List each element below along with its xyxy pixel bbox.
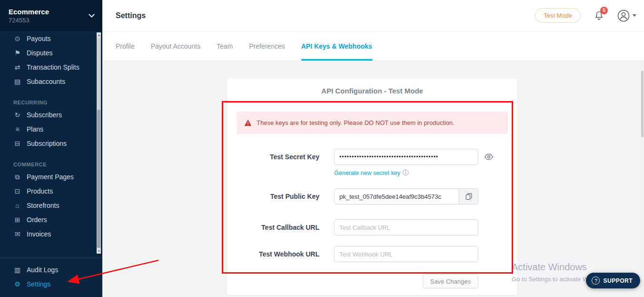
chevron-down-icon bbox=[633, 14, 636, 17]
orders-icon: ⊞ bbox=[13, 216, 21, 224]
transaction-splits-icon: ⇄ bbox=[13, 63, 21, 71]
webhook-url-label: Test Webhook URL bbox=[237, 246, 319, 262]
callback-url-label: Test Callback URL bbox=[237, 219, 319, 236]
test-webhook-url-input[interactable] bbox=[334, 246, 478, 262]
sidebar: Ecommerce 724553 ⊙ Payouts ⚑ Disputes ⇄ … bbox=[0, 0, 102, 297]
business-id: 724553 bbox=[9, 17, 49, 24]
notification-badge: 5 bbox=[600, 7, 608, 14]
sidebar-scrollbar[interactable] bbox=[97, 32, 101, 254]
sidebar-item-label: Payment Pages bbox=[27, 173, 74, 181]
api-config-card: API Configuration - Test Mode These keys… bbox=[227, 78, 518, 296]
sidebar-item-label: Orders bbox=[27, 216, 47, 224]
subscribers-icon: ↻ bbox=[13, 111, 21, 119]
invoices-icon: ✉ bbox=[13, 230, 21, 238]
sidebar-item-label: Products bbox=[27, 187, 53, 195]
copy-icon bbox=[466, 193, 472, 200]
plans-icon: ≡ bbox=[13, 125, 21, 133]
sidebar-item-label: Disputes bbox=[27, 49, 52, 57]
subaccounts-icon: ▤ bbox=[13, 78, 21, 85]
scrollbar-thumb[interactable] bbox=[97, 110, 100, 248]
sidebar-item-label: Invoices bbox=[27, 230, 51, 238]
page-scrollbar[interactable] bbox=[641, 61, 644, 297]
tab-api-keys-webhooks[interactable]: API Keys & Webhooks bbox=[301, 31, 372, 61]
tab-bar: Profile Payout Accounts Team Preferences… bbox=[102, 31, 644, 61]
watermark-line1: Activate Windows bbox=[512, 262, 608, 273]
sidebar-item-invoices[interactable]: ✉ Invoices bbox=[0, 227, 96, 241]
sidebar-item-subaccounts[interactable]: ▤ Subaccounts bbox=[0, 74, 96, 89]
generate-secret-key-link[interactable]: Generate new secret key bbox=[334, 170, 400, 176]
eye-icon[interactable] bbox=[484, 154, 494, 160]
sidebar-item-label: Subscribers bbox=[27, 111, 62, 119]
sidebar-section-recurring: RECURRING bbox=[0, 97, 96, 108]
user-menu[interactable] bbox=[617, 10, 636, 22]
sidebar-item-transaction-splits[interactable]: ⇄ Transaction Splits bbox=[0, 60, 96, 74]
tab-preferences[interactable]: Preferences bbox=[249, 31, 285, 61]
sidebar-item-label: Payouts bbox=[27, 35, 51, 42]
card-title: API Configuration - Test Mode bbox=[227, 78, 517, 103]
warning-alert: These keys are for testing only. Please … bbox=[237, 112, 508, 134]
sidebar-item-label: Subaccounts bbox=[27, 78, 65, 85]
sidebar-section-commerce: COMMERCE bbox=[0, 159, 96, 170]
sidebar-bottom: ▥ Audit Logs ⚙ Settings bbox=[0, 257, 102, 297]
sidebar-item-products[interactable]: ⊡ Products bbox=[0, 184, 96, 198]
public-key-row: Test Public Key bbox=[237, 188, 508, 205]
business-name: Ecommerce bbox=[9, 8, 49, 16]
sidebar-item-storefronts[interactable]: ⌂ Storefronts bbox=[0, 198, 96, 213]
sidebar-menu: ⊙ Payouts ⚑ Disputes ⇄ Transaction Split… bbox=[0, 31, 96, 241]
info-icon: ⓘ bbox=[403, 169, 409, 177]
products-icon: ⊡ bbox=[13, 187, 21, 195]
topbar: Settings Test Mode 5 bbox=[102, 0, 644, 31]
test-public-key-input[interactable] bbox=[334, 188, 459, 205]
avatar-icon bbox=[617, 10, 630, 22]
test-secret-key-input[interactable] bbox=[334, 149, 478, 165]
tab-team[interactable]: Team bbox=[217, 31, 233, 61]
disputes-icon: ⚑ bbox=[13, 49, 21, 57]
secret-key-row: Test Secret Key Generate new secret key bbox=[237, 149, 508, 177]
business-switcher[interactable]: Ecommerce 724553 bbox=[0, 0, 102, 31]
payment-pages-icon: ⧉ bbox=[13, 173, 21, 181]
sidebar-item-label: Storefronts bbox=[27, 202, 59, 209]
scroll-down-button[interactable] bbox=[97, 248, 101, 254]
callback-url-row: Test Callback URL bbox=[237, 219, 508, 236]
test-callback-url-input[interactable] bbox=[334, 219, 478, 236]
notifications-button[interactable]: 5 bbox=[594, 10, 604, 21]
support-button[interactable]: ? SUPPORT bbox=[586, 273, 640, 288]
chevron-down-icon bbox=[89, 11, 95, 18]
sidebar-item-label: Transaction Splits bbox=[27, 63, 79, 71]
page-title: Settings bbox=[116, 11, 146, 20]
payouts-icon: ⊙ bbox=[13, 35, 21, 42]
webhook-url-row: Test Webhook URL bbox=[237, 246, 508, 262]
sidebar-item-audit-logs[interactable]: ▥ Audit Logs bbox=[0, 263, 102, 277]
tab-profile[interactable]: Profile bbox=[116, 31, 135, 61]
sidebar-item-payouts[interactable]: ⊙ Payouts bbox=[0, 31, 96, 46]
copy-public-key-button[interactable] bbox=[459, 188, 478, 205]
sidebar-item-subscriptions[interactable]: ⊟ Subscriptions bbox=[0, 136, 96, 151]
settings-gear-icon: ⚙ bbox=[13, 280, 21, 288]
secret-key-label: Test Secret Key bbox=[237, 149, 319, 177]
sidebar-item-subscribers[interactable]: ↻ Subscribers bbox=[0, 108, 96, 122]
question-mark-icon: ? bbox=[592, 277, 600, 285]
public-key-label: Test Public Key bbox=[237, 188, 319, 205]
audit-logs-icon: ▥ bbox=[13, 266, 21, 274]
subscriptions-icon: ⊟ bbox=[13, 140, 21, 147]
save-changes-button[interactable]: Save Changes bbox=[423, 274, 478, 288]
tab-payout-accounts[interactable]: Payout Accounts bbox=[151, 31, 200, 61]
sidebar-item-disputes[interactable]: ⚑ Disputes bbox=[0, 46, 96, 60]
page-scrollbar-thumb[interactable] bbox=[641, 71, 644, 137]
sidebar-item-label: Audit Logs bbox=[27, 266, 58, 274]
test-mode-badge[interactable]: Test Mode bbox=[535, 8, 581, 23]
storefronts-icon: ⌂ bbox=[13, 202, 21, 209]
sidebar-item-settings[interactable]: ⚙ Settings bbox=[0, 277, 102, 291]
sidebar-item-label: Settings bbox=[27, 280, 51, 288]
sidebar-item-plans[interactable]: ≡ Plans bbox=[0, 122, 96, 136]
sidebar-item-orders[interactable]: ⊞ Orders bbox=[0, 213, 96, 227]
warning-alert-text: These keys are for testing only. Please … bbox=[257, 119, 455, 126]
support-label: SUPPORT bbox=[603, 277, 633, 284]
scroll-up-button[interactable] bbox=[97, 32, 101, 38]
sidebar-item-payment-pages[interactable]: ⧉ Payment Pages bbox=[0, 170, 96, 184]
sidebar-item-label: Subscriptions bbox=[27, 140, 67, 147]
sidebar-item-label: Plans bbox=[27, 125, 43, 133]
warning-triangle-icon bbox=[244, 119, 252, 126]
